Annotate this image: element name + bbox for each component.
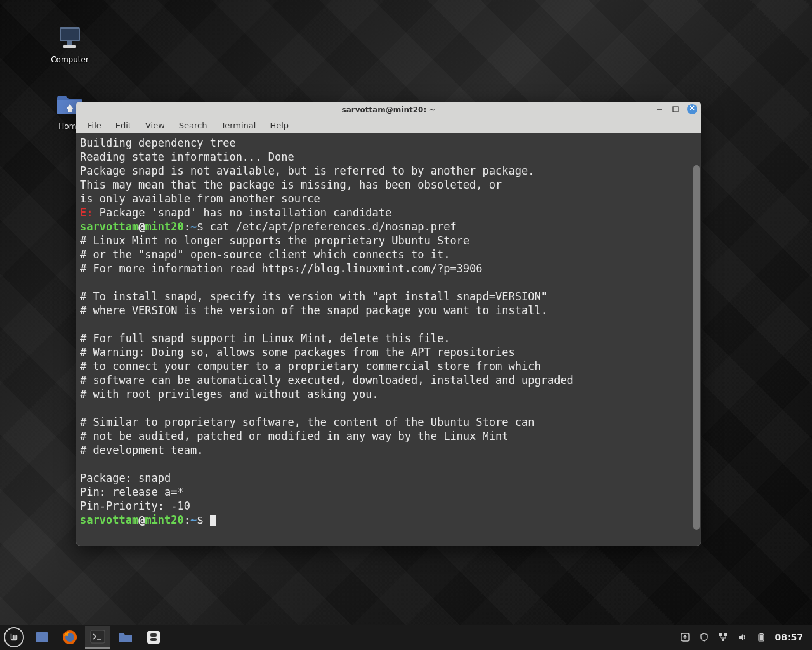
mint-logo-icon — [8, 632, 20, 643]
terminal-output-line: # to connect your computer to a propriet… — [80, 359, 697, 373]
terminal-output-line: # where VERSION is the version of the sn… — [80, 303, 697, 317]
terminal-output-line: Package: snapd — [80, 471, 697, 485]
terminal-body[interactable]: Building dependency tree Reading state i… — [76, 133, 701, 546]
firefox-icon — [62, 630, 77, 645]
menu-view[interactable]: View — [139, 119, 171, 131]
folder-icon — [118, 631, 133, 644]
svg-rect-19 — [722, 639, 724, 641]
app-launcher[interactable] — [141, 626, 166, 649]
svg-rect-15 — [150, 638, 157, 641]
mint-menu-button[interactable] — [4, 627, 24, 647]
desktop-icon — [34, 631, 49, 644]
terminal-icon — [90, 630, 105, 644]
svg-rect-18 — [724, 633, 727, 636]
battery-tray-icon[interactable] — [756, 632, 767, 643]
terminal-output-line: # For more information read https://blog… — [80, 262, 697, 275]
cursor-icon — [210, 515, 216, 526]
terminal-window: sarvottam@mint20: ~ File Edit View Searc… — [76, 102, 701, 546]
svg-rect-22 — [760, 635, 763, 640]
svg-rect-21 — [760, 633, 763, 634]
updates-tray-icon[interactable] — [679, 632, 691, 643]
svg-rect-11 — [91, 630, 105, 643]
terminal-output-line — [80, 457, 697, 471]
network-tray-icon[interactable] — [717, 632, 729, 643]
svg-rect-3 — [63, 45, 76, 48]
terminal-launcher[interactable] — [85, 626, 110, 649]
clock[interactable]: 08:57 — [775, 632, 803, 642]
terminal-output-line: # not be audited, patched or modified in… — [80, 429, 697, 443]
terminal-output-line: Reading state information... Done — [80, 150, 697, 164]
svg-rect-5 — [673, 107, 678, 112]
menu-edit[interactable]: Edit — [109, 119, 138, 131]
desktop-icon-label: Computer — [44, 55, 95, 64]
terminal-output-line: # Warning: Doing so, allows some package… — [80, 345, 697, 359]
terminal-output-line — [80, 401, 697, 415]
svg-rect-17 — [719, 633, 722, 636]
shield-tray-icon[interactable] — [698, 632, 710, 643]
window-controls — [654, 104, 697, 114]
system-tray: 08:57 — [679, 632, 808, 643]
titlebar[interactable]: sarvottam@mint20: ~ — [76, 102, 701, 118]
taskbar-left — [4, 626, 166, 649]
scrollbar[interactable] — [693, 165, 700, 545]
terminal-output-line: # software can be automatically executed… — [80, 373, 697, 387]
menu-search[interactable]: Search — [173, 119, 214, 131]
svg-rect-14 — [150, 633, 157, 637]
app-icon — [147, 630, 160, 644]
terminal-prompt-line: sarvottam@mint20:~$ cat /etc/apt/prefere… — [80, 220, 697, 234]
show-desktop-button[interactable] — [29, 626, 55, 649]
terminal-output-line: # To install snapd, specify its version … — [80, 289, 697, 303]
desktop[interactable]: Computer Home sarvottam@mint20: ~ — [0, 0, 812, 650]
computer-icon — [55, 22, 85, 53]
svg-rect-1 — [61, 29, 79, 40]
terminal-output-line: # Linux Mint no longer supports the prop… — [80, 234, 697, 248]
desktop-icon-computer[interactable]: Computer — [44, 22, 95, 64]
menu-help[interactable]: Help — [263, 119, 295, 131]
terminal-output-line: Pin: release a=* — [80, 485, 697, 499]
terminal-output-line: # with root privileges and without askin… — [80, 387, 697, 401]
taskbar: 08:57 — [0, 625, 812, 650]
minimize-button[interactable] — [654, 104, 664, 114]
terminal-output-line: This may mean that the package is missin… — [80, 178, 697, 192]
terminal-output-line: # or the "snapd" open-source client whic… — [80, 248, 697, 262]
menu-terminal[interactable]: Terminal — [214, 119, 262, 131]
terminal-output-line: Pin-Priority: -10 — [80, 499, 697, 513]
terminal-output-line: # development team. — [80, 443, 697, 457]
terminal-output-line: Package snapd is not available, but is r… — [80, 164, 697, 178]
svg-rect-13 — [147, 631, 160, 644]
terminal-output-line — [80, 317, 697, 331]
terminal-error-line: E: Package 'snapd' has no installation c… — [80, 206, 697, 220]
close-button[interactable] — [687, 104, 697, 114]
firefox-launcher[interactable] — [57, 626, 82, 649]
terminal-output-line: # Similar to proprietary software, the c… — [80, 415, 697, 429]
command-text: cat /etc/apt/preferences.d/nosnap.pref — [204, 220, 457, 233]
maximize-button[interactable] — [671, 104, 681, 114]
terminal-output-line — [80, 275, 697, 289]
terminal-prompt-line: sarvottam@mint20:~$ — [80, 513, 697, 527]
terminal-output-line: Building dependency tree — [80, 136, 697, 150]
window-title: sarvottam@mint20: ~ — [76, 105, 701, 114]
scrollbar-thumb[interactable] — [693, 165, 700, 530]
terminal-output-line: is only available from another source — [80, 192, 697, 206]
terminal-output-line: # For full snapd support in Linux Mint, … — [80, 331, 697, 345]
svg-rect-8 — [36, 632, 48, 642]
error-prefix: E: — [80, 206, 93, 219]
files-launcher[interactable] — [113, 626, 138, 649]
menubar: File Edit View Search Terminal Help — [76, 118, 701, 133]
menu-file[interactable]: File — [81, 119, 108, 131]
svg-rect-2 — [67, 41, 72, 45]
volume-tray-icon[interactable] — [737, 632, 748, 643]
